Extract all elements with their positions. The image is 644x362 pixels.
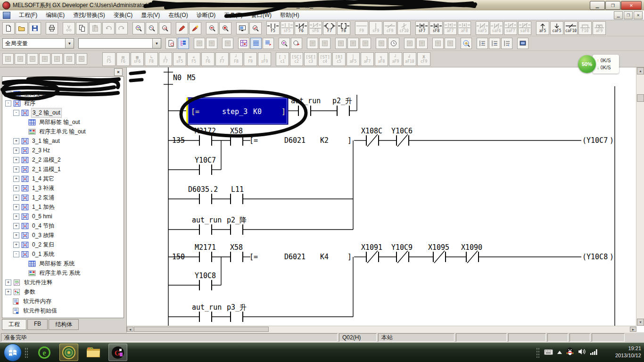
tree-expander-icon[interactable]: + <box>13 148 19 154</box>
toolbar-button-insert-a[interactable] <box>335 38 347 49</box>
sfc-symbol-button-c2[interactable]: [SC]c2 <box>290 52 303 66</box>
ladder-symbol-button-sF5[interactable]: sF5 <box>281 21 294 35</box>
mdi-restore-button[interactable]: ❐ <box>624 11 633 19</box>
sfc-symbol-button-F6[interactable]: ▤F6 <box>116 52 130 66</box>
menu-item-1[interactable]: 编辑(E) <box>41 10 69 20</box>
toolbar-button-paste[interactable] <box>89 22 101 34</box>
sfc-symbol-button-F9[interactable]: ═F9 <box>244 52 257 66</box>
netspeed-percent-badge[interactable]: 50% <box>578 55 596 73</box>
tree-expander-icon[interactable]: + <box>5 280 11 286</box>
toolbar-button-window-a[interactable] <box>432 38 444 49</box>
network-icon[interactable] <box>590 348 598 357</box>
tree-expander-icon[interactable]: + <box>13 232 19 239</box>
sfc-symbol-button-sF6[interactable]: ▦sF6 <box>131 52 144 66</box>
sfc-symbol-button-F5[interactable]: +F5 <box>187 52 200 66</box>
ladder-symbol-button-saF8[interactable]: saF8 <box>518 21 531 35</box>
tree-item[interactable]: 软元件初始值 <box>2 306 124 315</box>
vertical-scroll-thumb[interactable] <box>637 94 644 102</box>
tree-item[interactable]: +1_3 补液 <box>2 183 124 193</box>
tree-item[interactable]: +参数 <box>2 287 124 296</box>
toolbar-button-step-transfer[interactable] <box>2 53 14 65</box>
ladder-canvas[interactable]: aut_runp2_升M2172X58X108CY10C6Y10C7D6035.… <box>127 67 636 326</box>
toolbar-button-sort-a[interactable] <box>404 38 415 49</box>
toolbar-button-sort-b[interactable] <box>416 38 428 49</box>
ladder-symbol-button-aF8[interactable]: aF8 <box>458 21 471 35</box>
tree-expander-icon[interactable]: + <box>13 185 19 191</box>
toolbar-button-circuit-find[interactable] <box>461 38 472 49</box>
ladder-symbol-button-saF6[interactable]: saF6 <box>490 21 503 35</box>
ladder-symbol-button-sF6[interactable]: sF6 <box>309 21 322 35</box>
tree-item[interactable]: +全局变量 <box>2 89 124 99</box>
tree-expander-icon[interactable]: + <box>13 204 19 210</box>
toolbar-button-row-edge[interactable] <box>501 38 512 49</box>
sfc-symbol-button-F7[interactable]: ⊥F7 <box>159 52 172 66</box>
tree-item[interactable]: 局部标签 输_out <box>2 117 124 127</box>
mdi-minimize-button[interactable]: ▁ <box>614 11 623 19</box>
toolbar-button-blue-monitor[interactable] <box>517 38 528 49</box>
panel-tab-结构体[interactable]: 结构体 <box>49 319 79 330</box>
toolbar-button-insert-c[interactable] <box>360 38 371 49</box>
tree-expander-icon[interactable]: + <box>13 157 19 163</box>
toolbar-button-list-view[interactable] <box>250 38 262 49</box>
ladder-symbol-button-aF9[interactable]: aF9 <box>593 21 606 35</box>
ladder-symbol-button-cF9[interactable]: cF9 <box>383 21 396 35</box>
toolbar-button-device-find[interactable] <box>279 38 290 49</box>
toolbar-button-monitor-start[interactable] <box>194 38 205 49</box>
toolbar-button-find-device[interactable]: AB <box>159 22 171 34</box>
taskbar-emblem-icon[interactable] <box>59 344 78 361</box>
start-button[interactable] <box>4 344 22 362</box>
tray-expand-icon[interactable] <box>557 351 562 354</box>
menu-item-5[interactable]: 在线(O) <box>164 10 192 20</box>
toolbar-button-edit-star[interactable] <box>189 22 201 34</box>
toolbar-button-program-copy[interactable] <box>15 53 26 65</box>
toolbar-button-list-edit[interactable] <box>263 38 274 49</box>
ladder-symbol-button-caF5[interactable]: caF5 <box>550 21 563 35</box>
sfc-symbol-button-F8[interactable]: ↳F8 <box>145 52 158 66</box>
toolbar-button-block-list[interactable] <box>51 53 63 65</box>
toolbar-button-zoom-check[interactable] <box>249 22 262 34</box>
sfc-symbol-button-sF9[interactable]: │sF9 <box>258 52 271 66</box>
tree-expander-icon[interactable]: - <box>13 110 19 116</box>
ladder-symbol-button-F10[interactable]: F10 <box>578 21 592 35</box>
toolbar-button-s1s9[interactable] <box>39 53 50 65</box>
taskbar-explorer-icon[interactable] <box>84 344 103 361</box>
tree-expander-icon[interactable]: - <box>5 100 11 107</box>
device-combobox[interactable]: ▼ <box>78 38 161 49</box>
tree-item[interactable]: -3_2 输_out <box>2 108 124 117</box>
horizontal-scrollbar[interactable]: ◀ ▶ <box>127 326 636 333</box>
tree-item[interactable]: +3_1 输_aut <box>2 136 124 146</box>
toolbar-button-ld-label[interactable] <box>238 38 249 49</box>
menu-item-0[interactable]: 工程(F) <box>15 10 41 20</box>
toolbar-button-find-replace[interactable] <box>146 22 158 34</box>
toolbar-button-project-data-list[interactable] <box>178 38 189 49</box>
volume-icon[interactable] <box>578 348 586 357</box>
sfc-symbol-button-c1[interactable]: [ ]c1 <box>276 52 289 66</box>
tree-item[interactable]: -0_1 系统 <box>2 249 124 259</box>
tree-item[interactable]: 软元件内存 <box>2 296 124 306</box>
toolbar-button-window-b[interactable] <box>445 38 456 49</box>
sfc-symbol-button-cF9[interactable]: ЖcF9 <box>417 52 430 66</box>
taskbar-clock[interactable]: 19:21 2013/10/12 <box>615 345 641 359</box>
toolbar-button-comment-b[interactable] <box>319 38 330 49</box>
toolbar-button-edit-pen[interactable] <box>176 22 188 34</box>
ladder-symbol-button-F6[interactable]: F6 <box>295 21 308 35</box>
minimize-button[interactable]: ▁ <box>590 1 605 10</box>
tree-expander-icon[interactable]: + <box>13 223 19 229</box>
toolbar-button-comment-a[interactable] <box>307 38 318 49</box>
tree-item[interactable]: 程序主单元 系统 <box>2 268 124 278</box>
ladder-symbol-button-saF7[interactable]: saF7 <box>504 21 517 35</box>
panel-close-icon[interactable]: × <box>114 68 123 76</box>
toolbar-button-new[interactable] <box>2 22 15 34</box>
tree-expander-icon[interactable]: + <box>5 289 11 295</box>
ladder-symbol-button-sF9[interactable]: sF9 <box>369 21 382 35</box>
scroll-down-icon[interactable]: ▼ <box>637 319 644 326</box>
toolbar-button-insert-b[interactable] <box>347 38 359 49</box>
toolbar-button-row-insert[interactable] <box>477 38 488 49</box>
tree-item[interactable]: +2_2 温模_2 <box>2 155 124 165</box>
menu-item-4[interactable]: 显示(V) <box>137 10 164 20</box>
chevron-down-icon[interactable]: ▼ <box>65 39 74 48</box>
menu-item-9[interactable]: 帮助(H) <box>276 10 304 20</box>
tree-item[interactable]: 程序主单元 输_out <box>2 127 124 136</box>
tree-expander-icon[interactable]: + <box>13 214 19 220</box>
tree-item[interactable]: 局部标签 系统 <box>2 259 124 268</box>
